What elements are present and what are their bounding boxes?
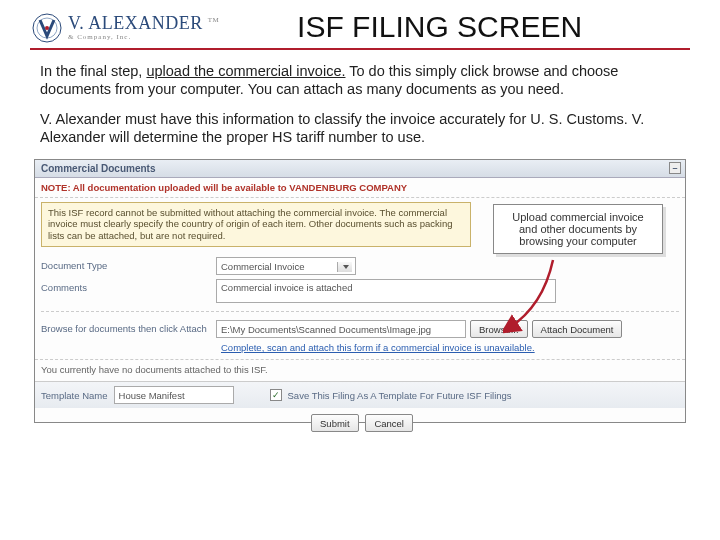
- panel-header: Commercial Documents –: [35, 160, 685, 178]
- template-bar: Template Name House Manifest ✓ Save This…: [35, 381, 685, 408]
- callout-box: Upload commercial invoice and other docu…: [493, 204, 663, 254]
- svg-point-2: [45, 26, 49, 30]
- comments-input[interactable]: Commercial invoice is attached: [216, 279, 556, 303]
- instruction-paragraph-2: V. Alexander must have this information …: [40, 110, 680, 146]
- form-area: Document Type Commercial Invoice Comment…: [35, 253, 685, 359]
- template-name-input[interactable]: House Manifest: [114, 386, 234, 404]
- template-label: Template Name: [41, 390, 108, 401]
- p1b: upload the commercial invoice.: [146, 63, 345, 79]
- submit-button[interactable]: Submit: [311, 414, 359, 432]
- save-template-checkbox[interactable]: ✓: [270, 389, 282, 401]
- chevron-down-icon: [343, 265, 349, 269]
- submit-bar: Submit Cancel: [35, 408, 685, 434]
- page-title: ISF FILING SCREEN: [219, 10, 660, 44]
- save-template-label: Save This Filing As A Template For Futur…: [288, 390, 512, 401]
- file-path-input[interactable]: E:\My Documents\Scanned Documents\Image.…: [216, 320, 466, 338]
- logo-tm: TM: [208, 16, 220, 24]
- instruction-block: In the final step, upload the commercial…: [0, 56, 720, 147]
- collapse-button[interactable]: –: [669, 162, 681, 174]
- title-underline: [30, 48, 690, 50]
- doc-type-value: Commercial Invoice: [221, 261, 304, 272]
- browse-row: Browse for documents then click Attach E…: [41, 318, 679, 340]
- attachments-status: You currently have no documents attached…: [35, 359, 685, 381]
- browse-label: Browse for documents then click Attach: [41, 320, 216, 334]
- logo-main-text: V. ALEXANDER: [68, 13, 203, 33]
- doc-type-label: Document Type: [41, 257, 216, 271]
- attach-button[interactable]: Attach Document: [532, 320, 623, 338]
- panel-header-label: Commercial Documents: [41, 163, 155, 174]
- p1a: In the final step,: [40, 63, 146, 79]
- warning-box: This ISF record cannot be submitted with…: [41, 202, 471, 248]
- cancel-button[interactable]: Cancel: [365, 414, 413, 432]
- doc-type-select[interactable]: Commercial Invoice: [216, 257, 356, 275]
- comments-label: Comments: [41, 279, 216, 293]
- instruction-paragraph-1: In the final step, upload the commercial…: [40, 62, 680, 98]
- divider: [41, 311, 679, 312]
- doc-type-row: Document Type Commercial Invoice: [41, 255, 679, 277]
- app-screenshot: Commercial Documents – NOTE: All documen…: [34, 159, 686, 423]
- company-logo: V. ALEXANDER TM & Company, Inc.: [30, 10, 219, 44]
- logo-sub-text: & Company, Inc.: [68, 34, 219, 41]
- browse-button[interactable]: Browse...: [470, 320, 528, 338]
- note-line: NOTE: All documentation uploaded will be…: [35, 178, 685, 198]
- logo-mark-icon: [30, 10, 64, 44]
- comments-row: Comments Commercial invoice is attached: [41, 277, 679, 305]
- fallback-form-link[interactable]: Complete, scan and attach this form if a…: [41, 340, 679, 357]
